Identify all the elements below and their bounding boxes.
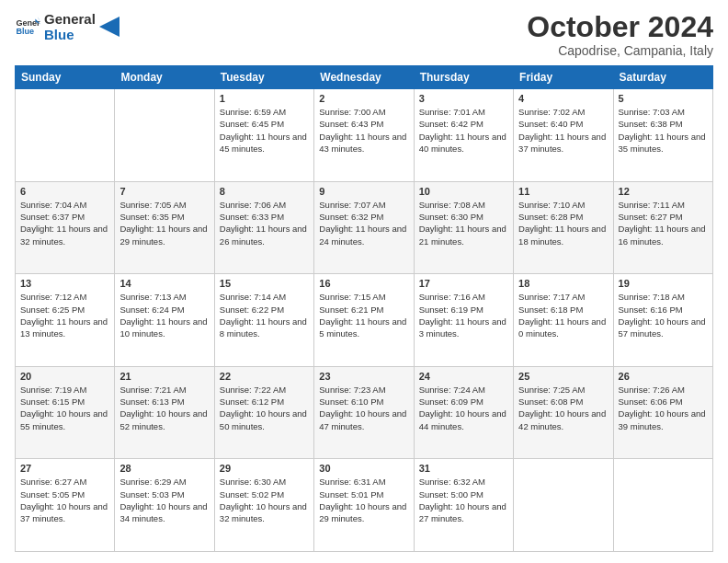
page-header: General Blue General Blue October 2024 C… [15, 11, 713, 58]
day-number: 18 [518, 278, 608, 289]
calendar-week-1: 1Sunrise: 6:59 AMSunset: 6:45 PMDaylight… [16, 89, 713, 182]
calendar-cell [514, 459, 613, 552]
calendar-week-5: 27Sunrise: 6:27 AMSunset: 5:05 PMDayligh… [16, 459, 713, 552]
svg-text:General: General [16, 18, 40, 28]
day-info: Sunrise: 6:32 AMSunset: 5:00 PMDaylight:… [419, 476, 508, 524]
day-number: 23 [319, 371, 408, 382]
svg-marker-4 [99, 17, 119, 37]
day-number: 8 [220, 186, 309, 197]
calendar-cell: 20Sunrise: 7:19 AMSunset: 6:15 PMDayligh… [16, 366, 115, 459]
day-number: 26 [619, 371, 708, 382]
calendar-cell [613, 459, 712, 552]
calendar-week-4: 20Sunrise: 7:19 AMSunset: 6:15 PMDayligh… [16, 366, 713, 459]
logo: General Blue General Blue [15, 11, 119, 43]
day-info: Sunrise: 6:29 AMSunset: 5:03 PMDaylight:… [119, 476, 209, 524]
calendar-cell: 16Sunrise: 7:15 AMSunset: 6:21 PMDayligh… [314, 274, 414, 367]
day-number: 15 [220, 278, 309, 289]
day-info: Sunrise: 7:12 AMSunset: 6:25 PMDaylight:… [20, 291, 109, 339]
day-number: 22 [220, 371, 309, 382]
day-number: 5 [619, 93, 708, 104]
day-info: Sunrise: 7:26 AMSunset: 6:06 PMDaylight:… [619, 384, 708, 432]
weekday-header-tuesday: Tuesday [214, 66, 313, 89]
day-number: 31 [419, 463, 508, 474]
day-number: 19 [619, 278, 708, 289]
calendar-cell: 14Sunrise: 7:13 AMSunset: 6:24 PMDayligh… [115, 274, 214, 367]
day-info: Sunrise: 7:21 AMSunset: 6:13 PMDaylight:… [119, 384, 209, 432]
day-info: Sunrise: 7:04 AMSunset: 6:37 PMDaylight:… [20, 199, 109, 247]
calendar-cell [16, 89, 115, 182]
logo-icon: General Blue [15, 14, 40, 40]
title-block: October 2024 Capodrise, Campania, Italy [527, 11, 713, 58]
day-number: 12 [619, 186, 708, 197]
day-info: Sunrise: 7:00 AMSunset: 6:43 PMDaylight:… [319, 106, 408, 155]
calendar-cell: 6Sunrise: 7:04 AMSunset: 6:37 PMDaylight… [16, 181, 115, 274]
calendar-cell: 31Sunrise: 6:32 AMSunset: 5:00 PMDayligh… [414, 459, 513, 552]
calendar-table: SundayMondayTuesdayWednesdayThursdayFrid… [15, 65, 713, 552]
day-info: Sunrise: 7:06 AMSunset: 6:33 PMDaylight:… [220, 199, 309, 247]
calendar-cell: 7Sunrise: 7:05 AMSunset: 6:35 PMDaylight… [115, 181, 214, 274]
day-info: Sunrise: 7:23 AMSunset: 6:10 PMDaylight:… [319, 384, 408, 432]
day-info: Sunrise: 7:08 AMSunset: 6:30 PMDaylight:… [419, 199, 508, 247]
day-info: Sunrise: 7:05 AMSunset: 6:35 PMDaylight:… [119, 199, 209, 247]
calendar-cell: 29Sunrise: 6:30 AMSunset: 5:02 PMDayligh… [214, 459, 313, 552]
day-number: 30 [319, 463, 408, 474]
day-info: Sunrise: 7:11 AMSunset: 6:27 PMDaylight:… [619, 199, 708, 247]
day-number: 11 [518, 186, 608, 197]
day-info: Sunrise: 7:17 AMSunset: 6:18 PMDaylight:… [518, 291, 608, 339]
calendar-week-2: 6Sunrise: 7:04 AMSunset: 6:37 PMDaylight… [16, 181, 713, 274]
svg-text:Blue: Blue [16, 28, 34, 37]
day-info: Sunrise: 7:01 AMSunset: 6:42 PMDaylight:… [419, 106, 508, 155]
weekday-header-thursday: Thursday [414, 66, 513, 89]
calendar-cell: 17Sunrise: 7:16 AMSunset: 6:19 PMDayligh… [414, 274, 513, 367]
weekday-header-monday: Monday [115, 66, 214, 89]
day-info: Sunrise: 7:10 AMSunset: 6:28 PMDaylight:… [518, 199, 608, 247]
weekday-header-sunday: Sunday [16, 66, 115, 89]
day-number: 21 [119, 371, 209, 382]
day-info: Sunrise: 7:25 AMSunset: 6:08 PMDaylight:… [518, 384, 608, 432]
day-info: Sunrise: 7:02 AMSunset: 6:40 PMDaylight:… [518, 106, 608, 155]
calendar-cell: 23Sunrise: 7:23 AMSunset: 6:10 PMDayligh… [314, 366, 414, 459]
day-number: 29 [220, 463, 309, 474]
month-title: October 2024 [527, 11, 713, 43]
calendar-cell: 9Sunrise: 7:07 AMSunset: 6:32 PMDaylight… [314, 181, 414, 274]
calendar-cell: 22Sunrise: 7:22 AMSunset: 6:12 PMDayligh… [214, 366, 313, 459]
day-info: Sunrise: 6:30 AMSunset: 5:02 PMDaylight:… [220, 476, 309, 524]
calendar-cell: 13Sunrise: 7:12 AMSunset: 6:25 PMDayligh… [16, 274, 115, 367]
day-number: 16 [319, 278, 408, 289]
day-number: 2 [319, 93, 408, 104]
calendar-cell: 5Sunrise: 7:03 AMSunset: 6:38 PMDaylight… [613, 89, 712, 182]
day-info: Sunrise: 7:03 AMSunset: 6:38 PMDaylight:… [619, 106, 708, 155]
calendar-cell: 11Sunrise: 7:10 AMSunset: 6:28 PMDayligh… [514, 181, 613, 274]
logo-general: General [44, 11, 96, 27]
calendar-cell: 18Sunrise: 7:17 AMSunset: 6:18 PMDayligh… [514, 274, 613, 367]
day-info: Sunrise: 7:22 AMSunset: 6:12 PMDaylight:… [220, 384, 309, 432]
calendar-cell: 27Sunrise: 6:27 AMSunset: 5:05 PMDayligh… [16, 459, 115, 552]
calendar-cell: 8Sunrise: 7:06 AMSunset: 6:33 PMDaylight… [214, 181, 313, 274]
logo-arrow-icon [99, 17, 119, 37]
day-number: 24 [419, 371, 508, 382]
day-info: Sunrise: 6:27 AMSunset: 5:05 PMDaylight:… [20, 476, 109, 524]
logo-blue: Blue [44, 27, 96, 42]
calendar-cell: 2Sunrise: 7:00 AMSunset: 6:43 PMDaylight… [314, 89, 414, 182]
day-info: Sunrise: 6:59 AMSunset: 6:45 PMDaylight:… [220, 106, 309, 155]
day-info: Sunrise: 7:13 AMSunset: 6:24 PMDaylight:… [119, 291, 209, 339]
day-number: 1 [220, 93, 309, 104]
weekday-header-wednesday: Wednesday [314, 66, 414, 89]
day-info: Sunrise: 7:18 AMSunset: 6:16 PMDaylight:… [619, 291, 708, 339]
weekday-header-row: SundayMondayTuesdayWednesdayThursdayFrid… [16, 66, 713, 89]
calendar-cell: 26Sunrise: 7:26 AMSunset: 6:06 PMDayligh… [613, 366, 712, 459]
day-info: Sunrise: 7:14 AMSunset: 6:22 PMDaylight:… [220, 291, 309, 339]
day-number: 6 [20, 186, 109, 197]
calendar-cell: 1Sunrise: 6:59 AMSunset: 6:45 PMDaylight… [214, 89, 313, 182]
calendar-cell: 24Sunrise: 7:24 AMSunset: 6:09 PMDayligh… [414, 366, 513, 459]
day-number: 9 [319, 186, 408, 197]
day-number: 27 [20, 463, 109, 474]
day-number: 17 [419, 278, 508, 289]
location-subtitle: Capodrise, Campania, Italy [527, 43, 713, 58]
day-info: Sunrise: 7:24 AMSunset: 6:09 PMDaylight:… [419, 384, 508, 432]
calendar-cell: 30Sunrise: 6:31 AMSunset: 5:01 PMDayligh… [314, 459, 414, 552]
day-number: 28 [119, 463, 209, 474]
day-info: Sunrise: 7:16 AMSunset: 6:19 PMDaylight:… [419, 291, 508, 339]
day-number: 14 [119, 278, 209, 289]
day-info: Sunrise: 7:15 AMSunset: 6:21 PMDaylight:… [319, 291, 408, 339]
